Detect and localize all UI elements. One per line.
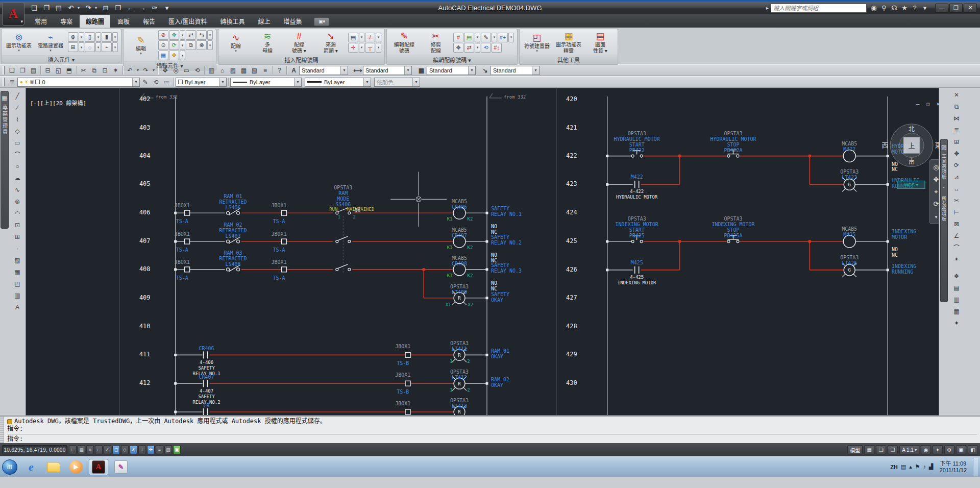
redo-dropdown-icon[interactable]: ▾: [151, 65, 156, 75]
application-menu-button[interactable]: A ▾: [2, 2, 24, 26]
open-button[interactable]: ❐: [17, 65, 28, 75]
modify-explode-button[interactable]: ✴: [950, 253, 963, 265]
multiple-bus-button[interactable]: ≋多母線: [253, 30, 282, 55]
text-style-combo-arrow-icon[interactable]: ▾: [340, 66, 348, 75]
panel-label-插入配線號碼[interactable]: 插入配線號碼: [218, 56, 385, 65]
tool-palettes-button[interactable]: ▨: [228, 65, 238, 75]
draw-ellipse-arc-button[interactable]: ◠: [11, 207, 23, 219]
dropdown-icon[interactable]: ▾: [180, 30, 185, 40]
tab-匯入/匯出資料[interactable]: 匯入/匯出資料: [162, 15, 213, 28]
tab-線上[interactable]: 線上: [252, 15, 276, 28]
retag-components-button[interactable]: ⟳: [169, 40, 179, 50]
plot-preview-button[interactable]: ◱: [53, 65, 64, 75]
steering-wheel-icon[interactable]: ◎: [933, 164, 939, 172]
infocenter-go-icon[interactable]: ▸: [766, 5, 769, 11]
drawing-properties-button[interactable]: ▤圖面性質 ▾: [586, 30, 615, 55]
snap-mode-toggle[interactable]: ▦: [78, 445, 85, 454]
dropdown-icon[interactable]: ▾: [180, 51, 185, 60]
table-style-combo[interactable]: Standard▾: [427, 66, 476, 75]
command-prompt[interactable]: 指令:: [7, 435, 23, 443]
cut-button[interactable]: ✂: [78, 65, 89, 75]
layout-tabs-button[interactable]: ▦: [864, 445, 874, 454]
dropdown-icon[interactable]: ▾: [475, 33, 480, 42]
plot-button[interactable]: ⊟: [100, 3, 111, 13]
minimize-button[interactable]: —: [935, 4, 948, 13]
tab-轉換工具[interactable]: 轉換工具: [214, 15, 251, 28]
grid-display-toggle[interactable]: ⌗: [86, 445, 94, 454]
redo-button[interactable]: ↷: [83, 3, 94, 13]
sign-in-key-icon[interactable]: ⚲: [879, 4, 889, 13]
undo-button-dropdown-icon[interactable]: ▾: [78, 6, 82, 10]
auto-annotation-scale-button[interactable]: ✦: [933, 445, 943, 454]
language-indicator[interactable]: ZH: [890, 464, 898, 470]
undo-dropdown-icon[interactable]: ▾: [135, 65, 140, 75]
infocenter-search-input[interactable]: [771, 4, 867, 13]
insert-contact-button[interactable]: ⌁: [102, 42, 112, 52]
next-drawing-button[interactable]: →: [137, 3, 148, 13]
modify-erase-button[interactable]: ✕: [950, 89, 963, 101]
polar-tracking-toggle[interactable]: ∠: [104, 445, 111, 454]
layer-combo-arrow-icon[interactable]: ▾: [132, 78, 139, 86]
command-window[interactable]: Autodesk DWG。該檔案是 TrustedDWG，上一次由 Autode…: [0, 416, 980, 443]
properties-button[interactable]: ▥: [206, 65, 217, 75]
edit-attributes-button[interactable]: ▦: [158, 51, 168, 60]
move-attribute-button[interactable]: ✥: [169, 51, 179, 60]
trim-wire-button[interactable]: ✂修剪配線: [422, 30, 450, 55]
modify-break-button[interactable]: ⊠: [950, 218, 963, 230]
show-desktop-button[interactable]: [973, 458, 978, 476]
tab-專案[interactable]: 專案: [54, 15, 79, 28]
tab-面板[interactable]: 面板: [111, 15, 136, 28]
tab-增益集[interactable]: 增益集: [277, 15, 308, 28]
copy-to-clipboard-button[interactable]: ❒: [112, 3, 124, 13]
orbit-icon[interactable]: ⟳: [934, 200, 939, 208]
annotation-scale-button[interactable]: A 1:1▾: [899, 445, 919, 454]
dropdown-icon[interactable]: ▾: [492, 33, 497, 42]
open-button[interactable]: ❐: [41, 3, 52, 13]
layer-previous-button[interactable]: ⟲: [151, 77, 161, 87]
modify-trim-button[interactable]: ✂: [950, 194, 963, 206]
zoom-previous-button[interactable]: ⟲: [192, 65, 203, 75]
start-button[interactable]: ⊞: [2, 459, 17, 475]
project-manager-palette-tab[interactable]: ▦ 專案管理員: [1, 91, 9, 229]
linetype-combo-arrow-icon[interactable]: ▾: [294, 78, 301, 86]
annotation-visibility-button[interactable]: ◉: [921, 445, 931, 454]
delete-component-button[interactable]: ⊘: [158, 30, 168, 40]
panel-label-其他工具[interactable]: 其他工具: [519, 56, 618, 65]
workspace-switching-button[interactable]: ⚙: [944, 445, 954, 454]
icon-menu-wizard-button[interactable]: ▦圖示功能表精靈: [554, 30, 583, 55]
dropdown-icon[interactable]: ▾: [95, 32, 101, 42]
undo-button[interactable]: ↶: [65, 3, 77, 13]
taskbar-clock[interactable]: 下午 11:09 2011/11/12: [937, 460, 970, 474]
wire-tee-button[interactable]: ┬: [365, 43, 375, 53]
redo-button-dropdown-icon[interactable]: ▾: [95, 6, 99, 10]
modify-offset-button[interactable]: ≣: [950, 124, 963, 136]
surfer-button[interactable]: ✑: [149, 3, 160, 13]
multileader-style-combo[interactable]: Standard▾: [491, 66, 540, 75]
modify-chamfer-button[interactable]: ∠: [950, 230, 963, 241]
modify-layer-freeze-button[interactable]: ❖: [950, 270, 963, 282]
draw-polygon-button[interactable]: ◇: [11, 125, 23, 137]
toolbar-grip[interactable]: [3, 78, 5, 86]
insert-block-button[interactable]: ⊞: [68, 42, 78, 52]
dropdown-icon[interactable]: ▾: [359, 43, 364, 53]
qnew-button[interactable]: ❏: [29, 3, 40, 13]
sheet-set-manager-button[interactable]: ▦: [238, 65, 249, 75]
object-snap-toggle[interactable]: ◻: [112, 445, 120, 454]
tab-報告[interactable]: 報告: [137, 15, 161, 28]
draw-polyline-button[interactable]: ⌇: [11, 113, 23, 125]
modify-rotate-button[interactable]: ⟳: [950, 159, 963, 171]
modify-scale-button[interactable]: ⊿: [950, 171, 963, 183]
wire-numbers-button[interactable]: #配線號碼 ▾: [285, 30, 313, 55]
edit-component-button-dropdown-icon[interactable]: ▾: [140, 52, 142, 55]
move-wire-number-button[interactable]: ✥: [453, 43, 463, 53]
transparency-toggle[interactable]: ▨: [164, 445, 172, 454]
lineweight-display-toggle[interactable]: ≡: [156, 445, 163, 454]
color-combo-arrow-icon[interactable]: ▾: [219, 78, 226, 86]
lineweight-combo-arrow-icon[interactable]: ▾: [363, 78, 371, 86]
dropdown-icon[interactable]: ▾: [475, 43, 480, 53]
tab-線路圖[interactable]: 線路圖: [80, 15, 110, 28]
align-components-button[interactable]: ⊙: [158, 40, 168, 50]
delete-wire-number-button[interactable]: #: [453, 33, 463, 42]
previous-drawing-button[interactable]: ←: [125, 3, 136, 13]
modify-extend-button[interactable]: ⊢: [950, 206, 963, 218]
